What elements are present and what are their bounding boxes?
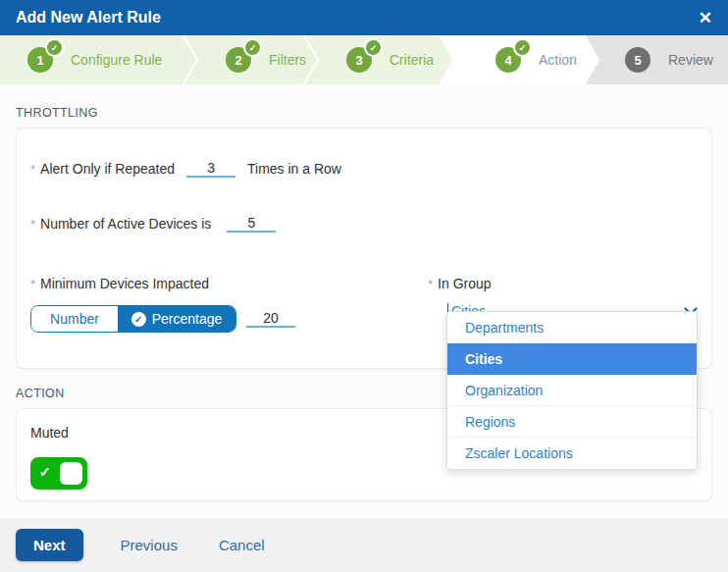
add-alert-rule-modal: Add New Alert Rule ✕ 1 ✓ Configure Rule … (0, 0, 728, 572)
repeated-suffix: Times in a Row (247, 161, 341, 177)
min-devices-column: * Minimum Devices Impacted Number ✓ Perc… (30, 276, 428, 333)
required-marker: * (428, 277, 433, 291)
step-number-circle: 4 ✓ (495, 47, 521, 73)
previous-button[interactable]: Previous (121, 537, 178, 553)
step-number-circle: 3 ✓ (346, 47, 372, 73)
dropdown-option-cities[interactable]: Cities (447, 343, 697, 375)
step-check-icon: ✓ (245, 40, 260, 55)
step-number-circle: 5 (625, 47, 650, 73)
toggle-check-icon: ✓ (39, 464, 51, 480)
step-configure-rule[interactable]: 1 ✓ Configure Rule (0, 35, 196, 84)
modal-footer: Next Previous Cancel (0, 518, 728, 572)
step-number-circle: 2 ✓ (226, 47, 251, 73)
required-marker: * (30, 277, 35, 291)
unit-option-percentage[interactable]: ✓ Percentage (118, 306, 235, 332)
step-label: Configure Rule (71, 52, 162, 68)
next-button[interactable]: Next (16, 529, 83, 561)
dropdown-option-regions[interactable]: Regions (447, 406, 697, 438)
step-label: Criteria (390, 52, 434, 68)
repeated-count-input[interactable] (186, 160, 235, 178)
modal-header: Add New Alert Rule ✕ (0, 0, 728, 35)
min-devices-label: Minimum Devices Impacted (40, 276, 209, 291)
unit-toggle: Number ✓ Percentage (30, 305, 236, 333)
close-icon[interactable]: ✕ (699, 10, 712, 26)
required-marker: * (30, 217, 35, 232)
check-circle-icon: ✓ (131, 312, 146, 327)
step-action[interactable]: 4 ✓ Action (441, 35, 598, 84)
required-marker: * (30, 162, 35, 177)
dropdown-option-departments[interactable]: Departments (447, 312, 697, 343)
active-devices-input[interactable] (227, 215, 276, 233)
repeated-row: * Alert Only if Repeated Times in a Row (30, 160, 698, 178)
dropdown-option-zscaler-locations[interactable]: Zscaler Locations (447, 438, 697, 469)
active-devices-label: Number of Active Devices is (40, 216, 211, 232)
step-label: Filters (269, 52, 306, 68)
in-group-label: In Group (438, 276, 491, 291)
step-check-icon: ✓ (47, 40, 62, 55)
in-group-dropdown: Departments Cities Organization Regions … (446, 311, 698, 470)
step-criteria[interactable]: 3 ✓ Criteria (305, 35, 452, 84)
step-number-circle: 1 ✓ (27, 47, 53, 73)
step-label: Review (668, 52, 713, 68)
wizard-stepper: 1 ✓ Configure Rule 2 ✓ Filters 3 ✓ Crite… (0, 35, 728, 84)
toggle-knob (60, 462, 82, 485)
cancel-button[interactable]: Cancel (219, 537, 265, 553)
step-label: Action (539, 52, 577, 68)
muted-toggle[interactable]: ✓ (30, 457, 87, 490)
step-check-icon: ✓ (515, 40, 530, 55)
modal-title: Add New Alert Rule (16, 9, 161, 26)
unit-option-number[interactable]: Number (31, 306, 118, 332)
step-review[interactable]: 5 Review (586, 35, 728, 84)
step-check-icon: ✓ (366, 40, 381, 55)
step-filters[interactable]: 2 ✓ Filters (184, 35, 317, 84)
active-devices-row: * Number of Active Devices is (30, 215, 698, 233)
throttling-section-label: THROTTLING (16, 106, 712, 120)
dropdown-option-organization[interactable]: Organization (447, 375, 697, 406)
repeated-label: Alert Only if Repeated (40, 161, 175, 177)
min-devices-value-input[interactable] (246, 310, 295, 328)
